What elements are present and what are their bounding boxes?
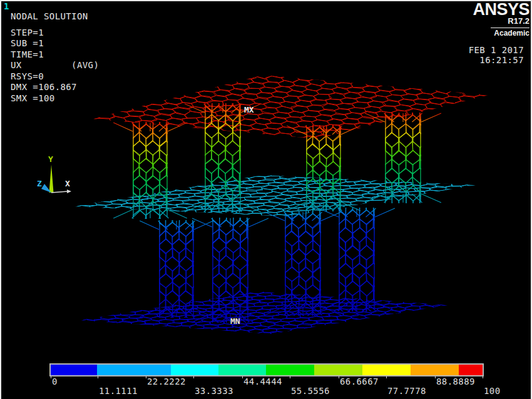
ansys-graphics-window: 1 NODAL SOLUTIONSTEP=1SUB =1TIME=1UX (AV… bbox=[0, 0, 532, 399]
middle-graphene-sheet bbox=[39, 158, 519, 234]
bottom-graphene-sheet bbox=[52, 278, 484, 348]
max-value-marker: MX bbox=[244, 105, 254, 114]
min-value-marker: MN bbox=[230, 316, 240, 326]
lower-nanotube bbox=[270, 195, 341, 344]
lower-nanotube bbox=[145, 205, 213, 348]
model-viewport[interactable]: MXMN bbox=[0, 0, 532, 399]
lower-tube-junction-bonds bbox=[319, 208, 395, 311]
lower-nanotube bbox=[324, 191, 395, 340]
top-graphene-sheet bbox=[41, 54, 532, 159]
